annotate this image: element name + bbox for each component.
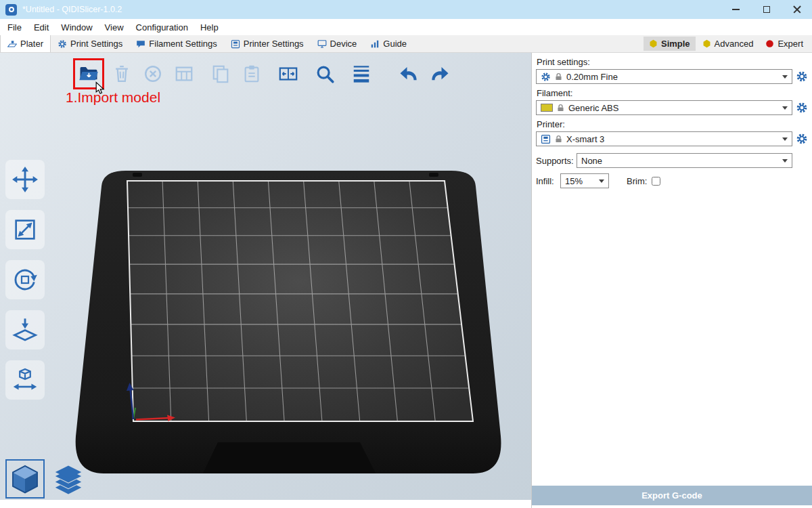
- variable-layer-height-button[interactable]: [348, 60, 375, 87]
- place-on-face-button[interactable]: [5, 310, 45, 350]
- move-gizmo-button[interactable]: [5, 160, 45, 199]
- tab-guide[interactable]: Guide: [363, 35, 413, 52]
- chevron-down-icon: [782, 75, 788, 79]
- printer-dropdown[interactable]: X-smart 3: [536, 131, 792, 146]
- lock-icon: [554, 72, 563, 81]
- tab-device[interactable]: Device: [311, 35, 364, 52]
- measure-icon: [12, 366, 39, 394]
- 3d-view-button[interactable]: [5, 459, 45, 499]
- measure-button[interactable]: [5, 360, 45, 400]
- layers-preview-button[interactable]: [50, 462, 87, 499]
- import-highlight-box: [73, 58, 104, 89]
- supports-value: None: [581, 156, 779, 166]
- delete-button[interactable]: [108, 60, 135, 87]
- supports-label: Supports:: [536, 156, 577, 166]
- print-settings-dropdown[interactable]: 0.20mm Fine: [536, 69, 792, 84]
- menu-help[interactable]: Help: [194, 19, 225, 35]
- settings-panel: Print settings: 0.20mm Fine Filament: Ge…: [531, 53, 812, 508]
- tab-plater[interactable]: Plater: [0, 35, 51, 52]
- search-button[interactable]: [311, 60, 338, 87]
- print-settings-gear-button[interactable]: [796, 70, 808, 83]
- chevron-down-icon: [782, 137, 788, 141]
- copy-button[interactable]: [207, 60, 234, 87]
- tab-print-settings[interactable]: Print Settings: [51, 35, 129, 52]
- menu-configuration[interactable]: Configuration: [130, 19, 194, 35]
- paste-icon: [242, 64, 262, 84]
- tab-printer-settings[interactable]: Printer Settings: [224, 35, 311, 52]
- layer-stack-icon: [52, 464, 85, 496]
- infill-dropdown[interactable]: 15%: [560, 173, 609, 188]
- menu-view[interactable]: View: [99, 19, 130, 35]
- variable-layer-height-icon: [351, 64, 371, 84]
- export-gcode-button[interactable]: Export G-code: [532, 486, 812, 505]
- print-settings-value: 0.20mm Fine: [566, 72, 779, 82]
- plater-icon: [7, 39, 17, 49]
- scale-icon: [12, 216, 39, 243]
- scale-gizmo-button[interactable]: [5, 210, 45, 249]
- arrange-icon: [174, 64, 194, 84]
- menu-bar: File Edit Window View Configuration Help: [0, 19, 812, 35]
- import-annotation-text: 1.Import model: [66, 89, 160, 106]
- redo-button[interactable]: [426, 60, 453, 87]
- gizmo-toolbar: [5, 160, 45, 400]
- chevron-down-icon: [782, 159, 788, 163]
- tab-guide-label: Guide: [383, 39, 407, 49]
- device-icon: [317, 39, 327, 49]
- copy-icon: [210, 64, 231, 84]
- delete-all-icon: [143, 64, 163, 84]
- brim-checkbox[interactable]: [652, 177, 660, 186]
- chevron-down-icon: [782, 106, 788, 110]
- build-plate[interactable]: [0, 53, 531, 500]
- search-icon: [315, 64, 335, 84]
- mode-advanced[interactable]: Advanced: [697, 37, 759, 51]
- tab-device-label: Device: [330, 39, 357, 49]
- split-icon: [278, 64, 298, 84]
- window-title: *Untitled - QIDISlicer-1.0.2: [22, 5, 122, 14]
- infill-label: Infill:: [536, 176, 560, 186]
- mode-advanced-label: Advanced: [715, 39, 754, 49]
- menu-file[interactable]: File: [1, 19, 28, 35]
- undo-button[interactable]: [395, 60, 422, 87]
- tab-plater-label: Plater: [20, 39, 43, 49]
- menu-edit[interactable]: Edit: [28, 19, 55, 35]
- app-logo-icon: [5, 4, 17, 16]
- delete-all-button[interactable]: [139, 60, 166, 87]
- hexagon-icon: [702, 39, 711, 48]
- plater-toolbar: [73, 58, 457, 89]
- bed-front-notch: [203, 442, 376, 473]
- infill-value: 15%: [565, 176, 595, 186]
- mode-selector: Simple Advanced Expert: [644, 35, 812, 52]
- close-button[interactable]: [782, 0, 812, 19]
- view-toggles: [5, 459, 87, 499]
- rotate-icon: [12, 266, 39, 293]
- filament-dropdown[interactable]: Generic ABS: [536, 100, 792, 115]
- hexagon-icon: [649, 39, 658, 48]
- filament-gear-button[interactable]: [796, 102, 808, 114]
- redo-icon: [430, 64, 450, 84]
- mode-simple[interactable]: Simple: [644, 37, 696, 51]
- tab-bar: Plater Print Settings Filament Settings …: [0, 35, 812, 53]
- paste-button[interactable]: [238, 60, 265, 87]
- tab-filament-settings[interactable]: Filament Settings: [129, 35, 223, 52]
- mode-expert-label: Expert: [777, 39, 803, 49]
- chevron-down-icon: [599, 179, 604, 183]
- printer-label: Printer:: [537, 119, 808, 129]
- bottom-strip: [0, 500, 531, 508]
- tab-filament-settings-label: Filament Settings: [149, 39, 217, 49]
- minimize-button[interactable]: [721, 0, 751, 19]
- lock-icon: [556, 104, 565, 112]
- guide-icon: [370, 39, 380, 49]
- arrange-button[interactable]: [171, 60, 198, 87]
- rotate-gizmo-button[interactable]: [5, 260, 45, 299]
- view-cube-icon: [9, 463, 41, 495]
- 3d-viewport[interactable]: 1.Import model: [0, 53, 531, 508]
- title-bar: *Untitled - QIDISlicer-1.0.2: [0, 0, 812, 19]
- printer-gear-button[interactable]: [796, 133, 808, 145]
- mode-expert[interactable]: Expert: [760, 37, 809, 51]
- menu-window[interactable]: Window: [55, 19, 98, 35]
- supports-dropdown[interactable]: None: [577, 153, 792, 168]
- filament-value: Generic ABS: [568, 103, 779, 113]
- print-bed-grid: [127, 181, 473, 421]
- maximize-button[interactable]: [751, 0, 782, 19]
- split-button[interactable]: [275, 60, 302, 87]
